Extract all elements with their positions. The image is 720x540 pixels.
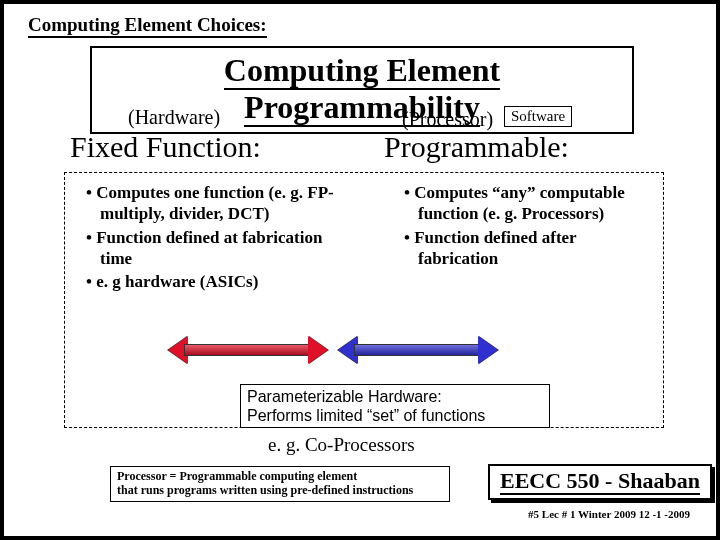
list-item: Computes one function (e. g. FP-multiply… — [100, 182, 348, 225]
param-line-1: Parameterizable Hardware: — [247, 387, 543, 406]
course-box-wrap: EECC 550 - Shaaban — [488, 464, 712, 500]
coprocessor-label: e. g. Co-Processors — [268, 434, 415, 456]
left-paren-label: (Hardware) — [128, 106, 220, 129]
list-item: Function defined at fabrication time — [100, 227, 348, 270]
right-bullets: Computes “any” computable function (e. g… — [396, 182, 656, 271]
definition-line-2: that runs programs written using pre-def… — [117, 484, 443, 498]
parameterizable-box: Parameterizable Hardware: Performs limit… — [240, 384, 550, 428]
list-item: e. g hardware (ASICs) — [100, 271, 348, 292]
definition-box: Processor = Programmable computing eleme… — [110, 466, 450, 502]
param-line-2: Performs limited “set” of functions — [247, 406, 543, 425]
definition-line-1: Processor = Programmable computing eleme… — [117, 470, 443, 484]
right-paren-label: (Processor) — [402, 108, 493, 131]
arrow-left-red-icon — [168, 342, 328, 358]
left-heading: Fixed Function: — [70, 130, 261, 164]
slide-footer: #5 Lec # 1 Winter 2009 12 -1 -2009 — [528, 508, 690, 520]
arrow-right-blue-icon — [338, 342, 498, 358]
course-box: EECC 550 - Shaaban — [488, 464, 712, 500]
right-heading: Programmable: — [384, 130, 569, 164]
slide: Computing Element Choices: Computing Ele… — [0, 0, 720, 540]
course-label: EECC 550 - Shaaban — [500, 468, 700, 495]
breadcrumb-heading: Computing Element Choices: — [28, 14, 267, 38]
list-item: Computes “any” computable function (e. g… — [418, 182, 656, 225]
left-bullets: Computes one function (e. g. FP-multiply… — [78, 182, 348, 294]
software-box: Software — [504, 106, 572, 127]
list-item: Function defined after fabrication — [418, 227, 656, 270]
double-arrow-graphic — [168, 334, 498, 368]
